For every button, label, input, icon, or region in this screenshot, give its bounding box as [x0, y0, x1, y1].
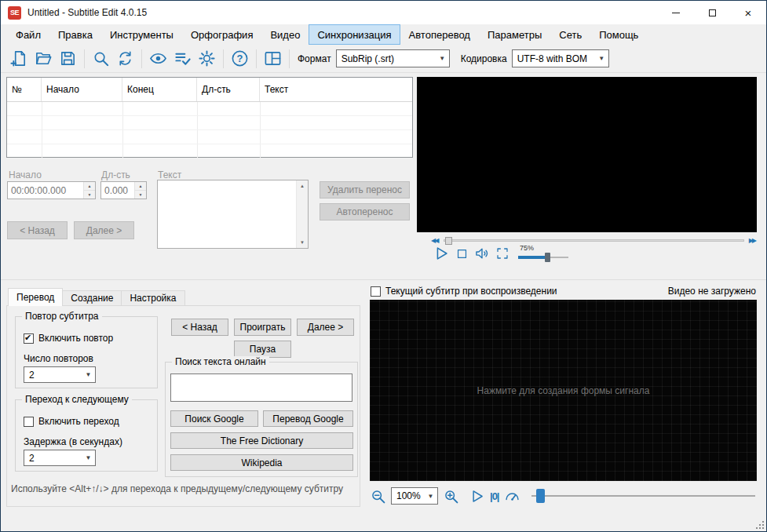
menu-tools[interactable]: Инструменты — [101, 24, 182, 45]
volume-slider[interactable] — [518, 252, 568, 262]
playback-speed-button[interactable] — [504, 488, 520, 505]
open-file-button[interactable] — [31, 48, 56, 70]
edit-next-button[interactable]: Далее > — [74, 221, 134, 239]
help-button[interactable]: ? — [228, 48, 252, 70]
fast-forward-icon[interactable]: ▶▶ — [749, 237, 757, 244]
column-header-number[interactable]: № — [7, 78, 42, 101]
column-header-end[interactable]: Конец — [122, 78, 197, 101]
menu-video[interactable]: Видео — [261, 24, 309, 45]
menu-network[interactable]: Сеть — [550, 24, 590, 45]
column-header-start[interactable]: Начало — [42, 78, 122, 101]
format-label: Формат — [298, 53, 331, 64]
zoom-out-button[interactable] — [370, 488, 386, 505]
table-row — [7, 130, 412, 144]
menu-edit[interactable]: Правка — [49, 24, 101, 45]
scroll-up-icon[interactable]: ▲ — [297, 180, 308, 191]
edit-back-button[interactable]: < Назад — [7, 221, 68, 239]
encoding-select[interactable]: UTF-8 with BOM ▼ — [512, 49, 609, 67]
menu-options[interactable]: Параметры — [479, 24, 550, 45]
spinner-buttons[interactable]: ▲▼ — [134, 182, 146, 199]
visual-sync-button[interactable] — [146, 48, 170, 70]
chevron-down-icon: ▼ — [82, 454, 95, 461]
online-search-title: Поиск текста онлайн — [172, 356, 269, 367]
zoom-in-icon — [443, 488, 459, 505]
column-header-text[interactable]: Текст — [260, 78, 412, 101]
slider-thumb[interactable] — [536, 489, 545, 503]
layout-icon — [264, 49, 282, 67]
show-current-subtitle-checkbox[interactable]: Текущий субтитр при воспроизведении — [371, 286, 557, 297]
waveform-position-slider[interactable] — [531, 487, 757, 505]
auto-break-button[interactable]: Автоперенос — [320, 203, 410, 220]
zoom-in-button[interactable] — [443, 488, 459, 505]
navigation-hint: Используйте <Alt+↑/↓> для перехода к пре… — [11, 483, 343, 494]
spell-check-button[interactable] — [170, 48, 195, 70]
waveform-play-button[interactable] — [469, 488, 485, 505]
remove-line-break-button[interactable]: Удалить перенос — [320, 181, 410, 199]
find-button[interactable] — [89, 48, 113, 70]
volume-thumb[interactable] — [545, 253, 550, 262]
repeat-count-select[interactable]: 2 ▼ — [24, 366, 96, 383]
replace-button[interactable] — [113, 48, 137, 70]
close-icon: × — [745, 7, 752, 19]
center-position-button[interactable]: |0| — [490, 490, 499, 502]
video-display[interactable] — [417, 77, 757, 232]
close-button[interactable]: × — [730, 1, 766, 24]
save-button[interactable] — [56, 48, 80, 70]
subtitle-list-view[interactable]: № Начало Конец Дл-сть Текст — [6, 77, 413, 158]
menu-spellcheck[interactable]: Орфография — [182, 24, 261, 45]
layout-button[interactable] — [261, 48, 285, 70]
translate-pause-button[interactable]: Пауза — [234, 341, 291, 358]
video-position-thumb[interactable] — [445, 237, 452, 245]
format-select[interactable]: SubRip (.srt) ▼ — [336, 49, 450, 67]
waveform-zoom-select[interactable]: 100% ▼ — [391, 487, 438, 505]
app-logo-icon: SE — [8, 6, 21, 20]
encoding-label: Кодировка — [461, 53, 507, 64]
translate-back-button[interactable]: < Назад — [171, 319, 228, 336]
google-translate-button[interactable]: Перевод Google — [263, 410, 353, 427]
zoom-out-icon — [370, 488, 386, 505]
settings-button[interactable] — [195, 48, 219, 70]
video-play-button[interactable] — [433, 245, 450, 262]
subtitle-text-input[interactable]: ▲ ▼ — [157, 180, 309, 249]
column-header-duration[interactable]: Дл-сть — [197, 78, 260, 101]
online-search-input[interactable] — [170, 373, 352, 402]
menu-help[interactable]: Помощь — [590, 24, 647, 45]
spin-down-icon[interactable]: ▼ — [135, 190, 146, 199]
minimize-button[interactable] — [658, 1, 694, 24]
translate-next-button[interactable]: Далее > — [297, 319, 354, 336]
video-stop-button[interactable] — [455, 247, 469, 261]
scroll-down-icon[interactable]: ▼ — [297, 237, 308, 248]
spin-up-icon[interactable]: ▲ — [84, 182, 95, 190]
menu-autotranslate[interactable]: Автоперевод — [400, 24, 479, 45]
new-file-button[interactable] — [7, 48, 31, 70]
horizontal-splitter[interactable] — [1, 279, 766, 280]
fullscreen-button[interactable] — [495, 246, 510, 261]
menu-file[interactable]: Файл — [7, 24, 49, 45]
delay-select[interactable]: 2 ▼ — [24, 450, 96, 466]
waveform-area[interactable]: Нажмите для создания формы сигнала — [370, 300, 757, 481]
google-search-button[interactable]: Поиск Google — [170, 410, 258, 427]
wikipedia-button[interactable]: Wikipedia — [170, 454, 353, 471]
rewind-icon[interactable]: ◀◀ — [431, 237, 439, 244]
mute-button[interactable] — [474, 246, 490, 261]
duration-input[interactable]: 0.000 ▲▼ — [100, 181, 147, 199]
enable-goto-checkbox[interactable]: Включить переход — [24, 416, 119, 427]
menu-synchronization[interactable]: Синхронизация — [309, 24, 400, 45]
enable-repeat-checkbox[interactable]: Включить повтор — [24, 333, 113, 344]
tab-create[interactable]: Создание — [62, 290, 122, 306]
tab-adjust[interactable]: Настройка — [121, 290, 184, 306]
spin-down-icon[interactable]: ▼ — [84, 190, 95, 199]
resize-grip[interactable] — [754, 519, 764, 529]
spinner-buttons[interactable]: ▲▼ — [83, 182, 95, 199]
enable-repeat-label: Включить повтор — [38, 333, 113, 344]
maximize-button[interactable] — [694, 1, 730, 24]
text-scrollbar[interactable]: ▲ ▼ — [296, 180, 308, 248]
free-dictionary-button[interactable]: The Free Dictionary — [170, 432, 353, 449]
tab-translate[interactable]: Перевод — [8, 288, 63, 306]
save-icon — [59, 49, 77, 67]
video-position-slider[interactable] — [444, 239, 743, 242]
translate-play-button[interactable]: Проиграть — [234, 319, 291, 336]
start-time-input[interactable]: 00:00:00.000 ▲▼ — [7, 181, 96, 199]
toolbar: ? Формат SubRip (.srt) ▼ Кодировка UTF-8… — [1, 45, 766, 73]
spin-up-icon[interactable]: ▲ — [135, 182, 146, 190]
